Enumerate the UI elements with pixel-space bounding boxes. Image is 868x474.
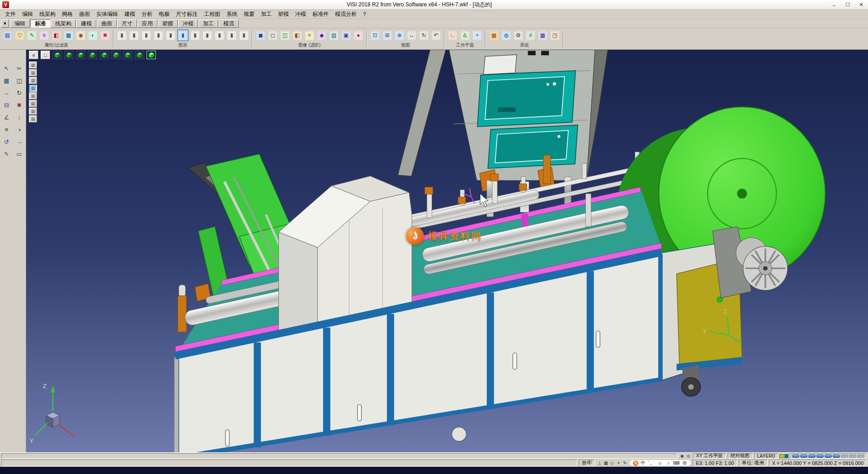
menu-item[interactable]: 标准件 [309, 9, 332, 19]
graphics-icon-3[interactable]: ▮ [141, 29, 152, 41]
graphics-icon-10[interactable]: ▮ [226, 29, 237, 41]
zoom-window-icon[interactable]: ⊡ [369, 29, 381, 41]
transparency-icon[interactable]: ▨ [328, 29, 340, 41]
zoom-in-icon[interactable]: ⊕ [394, 29, 405, 41]
workplane-xy-icon[interactable]: ∟ [447, 29, 458, 41]
menu-item[interactable]: 文件 [2, 9, 19, 19]
menu-item[interactable]: 线架构 [36, 9, 59, 19]
menu-item[interactable]: 视窗 [241, 9, 258, 19]
redo-icon[interactable]: → [14, 136, 25, 147]
tab[interactable]: 尺寸 [117, 19, 137, 28]
side-tool-icon-8[interactable]: ▤ [29, 115, 37, 123]
shade-toggle-icon[interactable]: ◑ [14, 123, 25, 135]
emoji-icon[interactable]: ☺ [657, 460, 663, 466]
side-tool-icon-7[interactable]: ▤ [29, 108, 37, 115]
tab[interactable]: 曲面 [97, 19, 117, 28]
color-palette-icon[interactable]: ▦ [488, 29, 500, 41]
dimension-icon[interactable]: ↕ [14, 111, 25, 123]
tab[interactable]: 应用 [137, 19, 157, 28]
tab[interactable]: 标准 [30, 19, 50, 28]
workplane-new-icon[interactable]: ∆ [459, 29, 471, 41]
rotate-icon[interactable]: ↻ [14, 87, 25, 99]
view-back-cube[interactable] [99, 51, 109, 59]
view-left-cube[interactable] [88, 51, 97, 59]
hidden-line-icon[interactable]: ◫ [279, 29, 291, 41]
globe-icon[interactable]: ◍ [500, 29, 512, 41]
undo-icon[interactable]: ↺ [1, 136, 13, 147]
keyboard-icon[interactable]: ⌨ [673, 460, 679, 466]
wireframe-view-icon[interactable]: ◻ [267, 29, 278, 41]
notes-icon[interactable]: ▭ [14, 148, 25, 160]
view-shaded-cube[interactable] [146, 51, 156, 59]
shaded-view-icon[interactable]: ◼ [255, 29, 266, 41]
ime-bar[interactable]: S 中 ’ 。 ☺♪⌨⊞ [629, 460, 691, 466]
visibility-filter-icon[interactable]: ◉ [75, 29, 86, 41]
menu-item[interactable]: 塑模 [275, 9, 292, 19]
view-mode-field[interactable]: 绝对视图 [727, 453, 753, 459]
side-tool-icon-3[interactable]: ▤ [29, 77, 37, 84]
render-icon[interactable]: ● [353, 29, 364, 41]
viewport-3d[interactable]: Y Z Z Y [26, 50, 868, 452]
offset-icon[interactable]: ⊟ [1, 99, 13, 111]
view-front-cube[interactable] [64, 51, 74, 59]
ime-logo-icon[interactable]: S [633, 460, 638, 466]
desktop-taskbar-strip[interactable] [0, 467, 868, 474]
view-iso-back-cube[interactable] [135, 51, 144, 59]
view-menu-button[interactable]: ≡ [29, 51, 38, 59]
profile-icon[interactable]: ◳ [549, 29, 561, 41]
grid-snap-icon[interactable]: # [525, 29, 536, 41]
tab[interactable]: 模流 [219, 19, 239, 28]
previous-view-icon[interactable]: ↶ [430, 29, 442, 41]
delete-icon[interactable]: ✖ [14, 99, 25, 111]
tab[interactable]: 线架构 [51, 19, 76, 28]
layer-color-swatch[interactable] [784, 454, 788, 458]
measure-angle-icon[interactable]: ∠ [1, 111, 13, 123]
status-circle-icon[interactable]: ◉ [679, 453, 685, 459]
tab[interactable]: 编辑 [10, 19, 30, 28]
view-right-cube[interactable] [76, 51, 85, 59]
close-button[interactable]: ✕ [854, 0, 868, 9]
graphics-icon-4[interactable]: ▮ [153, 29, 164, 41]
ime-language-toggle[interactable]: 中 [641, 460, 646, 466]
osnap-icon[interactable]: ◇ [609, 460, 615, 466]
menu-item[interactable]: 网格 [59, 9, 76, 19]
menu-item[interactable]: 建模 [121, 9, 138, 19]
graphics-icon-11[interactable]: ▮ [238, 29, 250, 41]
graphics-icon-5[interactable]: ▮ [165, 29, 176, 41]
clear-filter-icon[interactable]: ✖ [99, 29, 111, 41]
tab[interactable]: 冲模 [178, 19, 198, 28]
menu-item[interactable]: 电极 [156, 9, 173, 19]
layers-icon[interactable]: ≡ [1, 123, 13, 135]
grid-icon[interactable]: ▦ [1, 75, 13, 86]
menu-item[interactable]: 模流分析 [332, 9, 360, 19]
snap-mode-field[interactable]: 拴牢 [579, 460, 595, 466]
select-icon[interactable]: ↖ [1, 62, 13, 74]
tab[interactable]: 建模 [76, 19, 96, 28]
menu-item[interactable]: 实体编辑 [93, 9, 121, 19]
graphics-icon-8[interactable]: ▮ [202, 29, 213, 41]
grid-snap-status-icon[interactable]: ▦ [603, 460, 609, 466]
snapshot-icon[interactable]: ▣ [340, 29, 352, 41]
side-tool-icon-5[interactable]: ▤ [29, 92, 37, 100]
selection-filter-icon[interactable]: ◐ [87, 29, 99, 41]
sketch-pencil-icon[interactable]: ✎ [1, 148, 13, 160]
tab[interactable]: 塑膜 [158, 19, 178, 28]
layer-manager-icon[interactable]: ≡ [38, 29, 50, 41]
tab[interactable]: 加工 [198, 19, 218, 28]
menu-item[interactable]: 工程图 [201, 9, 223, 19]
maximize-button[interactable]: ☐ [841, 0, 854, 9]
tab-dropdown-button[interactable]: ▼ [1, 19, 9, 28]
tracking-icon[interactable]: + [615, 460, 622, 466]
ortho-icon[interactable]: ⊥ [596, 460, 603, 466]
view-top-cube[interactable] [52, 51, 62, 59]
zoom-fit-icon[interactable]: ⊞ [382, 29, 393, 41]
matrix-icon[interactable]: ▩ [537, 29, 548, 41]
pan-icon[interactable]: ↔ [406, 29, 417, 41]
graphics-icon-9[interactable]: ▮ [214, 29, 225, 41]
status-target-icon[interactable]: ◎ [685, 453, 692, 459]
graphics-icon-1[interactable]: ▮ [116, 29, 127, 41]
menu-item[interactable]: ? [360, 10, 369, 19]
mic-icon[interactable]: ♪ [665, 460, 671, 466]
match-properties-icon[interactable]: ✎ [26, 29, 38, 41]
menu-item[interactable]: 曲面 [76, 9, 93, 19]
